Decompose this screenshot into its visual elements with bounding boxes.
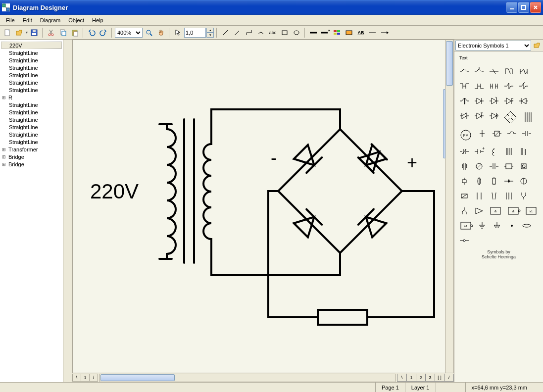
arrowstart-button[interactable]: [367, 27, 378, 38]
symbol-ground[interactable]: [476, 220, 488, 232]
symbol-item[interactable]: [458, 205, 470, 217]
symbol-item[interactable]: [518, 80, 530, 92]
page-tab-next[interactable]: /: [444, 374, 454, 382]
connector1-tool[interactable]: [244, 27, 254, 38]
symbol-item[interactable]: [521, 220, 533, 232]
rect-tool[interactable]: [279, 27, 290, 38]
symbol-item[interactable]: [488, 110, 500, 122]
tree-item[interactable]: StraightLine: [1, 79, 62, 86]
layer-tab-next[interactable]: /: [89, 374, 98, 382]
tree-item[interactable]: StraightLine: [1, 101, 62, 108]
symbol-item[interactable]: [503, 80, 515, 92]
symbol-transformer[interactable]: [521, 110, 536, 125]
symbol-item[interactable]: [458, 175, 470, 187]
fillcolor-button[interactable]: [344, 27, 354, 38]
ellipse-tool[interactable]: [291, 27, 302, 38]
symbol-item[interactable]: [473, 80, 485, 92]
save-button[interactable]: [29, 27, 40, 38]
symbol-gate[interactable]: ≥1: [524, 205, 539, 217]
horizontal-scrollbar[interactable]: [99, 374, 395, 382]
symbol-item[interactable]: [458, 235, 470, 246]
menu-edit[interactable]: Edit: [20, 16, 35, 24]
text-tool[interactable]: abc: [267, 27, 278, 38]
vertical-scrollbar[interactable]: [445, 40, 453, 373]
menu-diagram[interactable]: Diagram: [37, 16, 64, 24]
symbol-item[interactable]: [518, 175, 530, 187]
layer-tab-1[interactable]: 1: [81, 374, 90, 382]
symbol-item[interactable]: [488, 190, 500, 202]
symbol-item[interactable]: [518, 95, 530, 107]
symbol-gate[interactable]: &: [506, 205, 521, 217]
symbol-item[interactable]: [476, 128, 488, 140]
symbol-gate[interactable]: ≥1: [458, 220, 473, 232]
palette-browse-button[interactable]: [532, 41, 542, 50]
menu-object[interactable]: Object: [65, 16, 87, 24]
symbol-item[interactable]: [473, 175, 485, 187]
symbol-item[interactable]: [473, 110, 485, 122]
symbol-item[interactable]: [473, 160, 485, 172]
linewidth-up[interactable]: ▴: [206, 28, 214, 33]
symbol-item[interactable]: [488, 160, 500, 172]
symbol-item[interactable]: [458, 65, 470, 77]
arrowend-button[interactable]: [379, 27, 390, 38]
symbol-item[interactable]: [458, 160, 470, 172]
symbol-motor[interactable]: PM: [458, 128, 473, 143]
canvas[interactable]: 220V: [72, 40, 454, 373]
connector2-tool[interactable]: [255, 27, 266, 38]
symbol-item[interactable]: [491, 128, 503, 140]
symbol-item[interactable]: [518, 146, 530, 157]
linestyle-button[interactable]: [308, 27, 319, 38]
copy-button[interactable]: [57, 27, 68, 38]
tree-item[interactable]: StraightLine: [1, 108, 62, 116]
object-tree[interactable]: 220VStraightLineStraightLineStraightLine…: [0, 40, 63, 382]
palette-text-item[interactable]: Text: [458, 55, 539, 60]
symbol-item[interactable]: [458, 95, 470, 107]
symbol-item[interactable]: [488, 95, 500, 107]
tree-item[interactable]: Bridge: [1, 153, 62, 160]
page-tab-3[interactable]: 3: [425, 374, 435, 382]
redo-button[interactable]: [98, 27, 109, 38]
symbol-item[interactable]: [503, 95, 515, 107]
symbol-item[interactable]: [503, 65, 515, 77]
tree-item[interactable]: StraightLine: [1, 131, 62, 138]
symbol-item[interactable]: [503, 146, 515, 157]
minimize-button[interactable]: [506, 2, 517, 13]
symbol-item[interactable]: [503, 160, 515, 172]
symbol-item[interactable]: [506, 220, 518, 232]
line-tool[interactable]: [220, 27, 231, 38]
symbol-item[interactable]: [473, 95, 485, 107]
tree-item[interactable]: 220V: [1, 42, 62, 49]
tree-item[interactable]: StraightLine: [1, 71, 62, 79]
symbol-item[interactable]: [518, 65, 530, 77]
symbol-item[interactable]: [473, 190, 485, 202]
close-button[interactable]: [530, 2, 541, 13]
tree-item[interactable]: StraightLine: [1, 86, 62, 94]
menu-file[interactable]: File: [3, 16, 18, 24]
symbol-item[interactable]: [458, 190, 470, 202]
splitter-handle[interactable]: [443, 89, 445, 158]
maximize-button[interactable]: [518, 2, 529, 13]
symbol-opamp[interactable]: [473, 205, 485, 217]
pointer-tool[interactable]: [172, 27, 183, 38]
cut-button[interactable]: [46, 27, 56, 38]
new-button[interactable]: [2, 27, 13, 38]
page-tab-1[interactable]: 1: [406, 374, 416, 382]
open-button[interactable]: [14, 27, 25, 38]
arrow-tool[interactable]: [232, 27, 243, 38]
tree-item[interactable]: StraightLine: [1, 64, 62, 71]
symbol-item[interactable]: +: [473, 146, 485, 157]
symbol-item[interactable]: [521, 128, 533, 140]
symbol-item[interactable]: [488, 80, 500, 92]
tree-item[interactable]: StraightLine: [1, 116, 62, 123]
tree-item[interactable]: Bridge: [1, 160, 62, 168]
tree-item[interactable]: StraightLine: [1, 49, 62, 56]
symbol-item[interactable]: [506, 128, 518, 140]
symbol-gate[interactable]: &: [488, 205, 503, 217]
tree-item[interactable]: StraightLine: [1, 56, 62, 64]
symbol-item[interactable]: [503, 190, 515, 202]
palette-select[interactable]: Electronic Symbols 1: [455, 41, 531, 50]
linecolor-button[interactable]: [332, 27, 343, 38]
symbol-item[interactable]: [458, 146, 470, 157]
symbol-item[interactable]: [488, 146, 500, 157]
symbol-item[interactable]: [503, 175, 515, 187]
